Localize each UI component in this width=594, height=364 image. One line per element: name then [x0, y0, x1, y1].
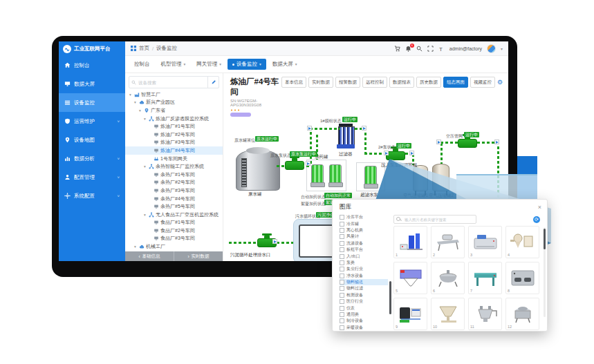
tree-row[interactable]: 炼油厂#4号车间 [125, 146, 223, 155]
fullscreen-icon[interactable] [427, 46, 434, 52]
gallery-card-sifter[interactable]: 12 [505, 298, 539, 330]
gallery-card-chiller[interactable]: 9 [393, 298, 427, 330]
membrane-filter-unit[interactable] [338, 124, 353, 150]
tree-row[interactable]: 炼油厂#3号车间 [125, 139, 223, 147]
inlet-pump[interactable] [386, 151, 405, 160]
gallery-category[interactable]: 采暖设备 [340, 325, 388, 331]
gallery-card-hopper-blue[interactable]: 5 [393, 262, 427, 294]
canvas-button-5[interactable]: 历史数据 [416, 77, 441, 88]
canvas-button-7[interactable]: 视频监控 [470, 77, 495, 88]
dosing-tank[interactable] [329, 164, 342, 184]
sidebar-item-4[interactable]: 设备地图 [59, 131, 125, 149]
gallery-card-funnel[interactable]: 10 [431, 298, 465, 330]
tree-row[interactable]: 余热厂#5号车间 [125, 202, 223, 211]
gallery-category[interactable]: 仪表 [340, 305, 388, 311]
sidebar-item-3[interactable]: 运营维护˅ [59, 112, 125, 131]
font-size-icon[interactable]: T [438, 46, 445, 52]
valve-icon[interactable] [409, 151, 414, 155]
gallery-category[interactable]: 板框平台 [340, 247, 388, 253]
valve-icon[interactable] [384, 151, 389, 155]
gallery-category[interactable]: 泵类 [340, 260, 388, 266]
valve-icon[interactable] [307, 126, 312, 131]
avatar[interactable] [487, 44, 496, 53]
tree-row[interactable]: 余热厂#1号车间 [125, 171, 223, 179]
breadcrumb-home[interactable]: 首页 [139, 45, 149, 52]
valve-icon[interactable] [362, 126, 366, 131]
gallery-category[interactable]: 风量计 [340, 233, 388, 240]
tree-row[interactable]: ▾无人食品工厂空压机监控系统 [125, 211, 223, 219]
tree-row[interactable]: ▾智慧工厂 [125, 90, 223, 99]
gallery-card-cyclone[interactable]: 4 [505, 226, 539, 258]
tree-row[interactable]: 炼油厂#2号车间 [125, 131, 223, 139]
tree-row[interactable]: 食品厂#1号车间 [125, 219, 223, 227]
tree-row[interactable]: ▾余热智能工厂监控系统 [125, 162, 223, 171]
dosing-tank[interactable] [311, 164, 324, 184]
gallery-search-input[interactable] [403, 217, 474, 222]
gallery-category[interactable]: 制冷设备 [340, 318, 388, 324]
canvas-button-3[interactable]: 远程控制 [362, 77, 387, 88]
user-label[interactable]: admin@factory [449, 46, 482, 51]
gallery-category[interactable]: 净水设备 [340, 273, 388, 279]
gallery-category[interactable]: 冷库平台 [340, 214, 388, 220]
gallery-category[interactable]: 通用类 [340, 312, 388, 318]
tree-footer-realtime[interactable]: ›实时数据 [174, 251, 223, 261]
gallery-category[interactable]: 集尘行业 [340, 266, 388, 272]
valve-icon[interactable] [494, 140, 499, 144]
gallery-category[interactable]: 冷库罐 [340, 220, 388, 227]
canvas-button-0[interactable]: 基本信息 [281, 77, 306, 88]
tab-4[interactable]: 数据大屏▾ [268, 59, 302, 70]
gallery-category[interactable]: 入/出口 [340, 253, 388, 259]
valve-icon[interactable] [436, 140, 441, 144]
canvas-button-2[interactable]: 报警数据 [335, 77, 360, 88]
tree-row[interactable]: 食品厂#3号车间 [125, 235, 223, 243]
tab-1[interactable]: 机型管理▾ [156, 59, 191, 70]
sidebar-item-1[interactable]: 数据大屏 [59, 75, 125, 93]
gallery-category[interactable]: 检测设备 [340, 292, 388, 298]
tab-2[interactable]: 网关管理▾ [192, 59, 226, 70]
gallery-card-box-machine[interactable]: 3 [468, 226, 502, 258]
search-icon[interactable] [416, 46, 423, 52]
sidebar-item-5[interactable]: 数据分析˅ [59, 149, 125, 168]
gallery-category[interactable]: 医疗行业 [340, 298, 388, 305]
gallery-card-table[interactable]: 7 [468, 262, 502, 294]
close-icon[interactable]: × [538, 204, 541, 211]
gallery-card-conveyor[interactable]: 2 [431, 226, 465, 258]
user-menu-caret-icon[interactable]: ▾ [501, 46, 503, 51]
gallery-card-blue-tank[interactable]: 1 [393, 226, 427, 258]
canvas-button-6[interactable]: 组态画面 [443, 77, 468, 88]
air-compressor-tank-2[interactable] [432, 164, 449, 191]
tree-footer-basic-info[interactable]: ‹基础信息 [125, 251, 174, 261]
sidebar-item-7[interactable]: 系统配置˅ [59, 186, 125, 205]
tab-3[interactable]: 设备监控▾ [228, 59, 266, 70]
tree-search-input[interactable] [136, 80, 207, 85]
gallery-card-kettle[interactable]: 6 [431, 262, 465, 294]
valve-icon[interactable] [306, 161, 310, 166]
cart-icon[interactable] [394, 46, 400, 52]
tree-row[interactable]: ▾新兴产业园区 [125, 99, 223, 107]
tree-edit-button[interactable] [207, 77, 219, 88]
sidebar-item-0[interactable]: 控制台 [59, 56, 125, 75]
tree-row[interactable]: ▾广东省 [125, 106, 223, 115]
valve-icon[interactable] [272, 239, 277, 244]
tree-row[interactable]: 炼油厂#1号车间 [125, 122, 223, 131]
canvas-button-4[interactable]: 数据报表 [389, 77, 414, 88]
tree-row[interactable]: 1号车间网关 [125, 155, 223, 163]
tree-row[interactable]: ▾炼油厂反渗透膜监控系统 [125, 115, 223, 123]
ultrafiltration-tank[interactable] [364, 166, 377, 185]
air-line-pump[interactable] [458, 139, 477, 148]
gallery-category[interactable]: 洗涤设备 [340, 240, 388, 247]
sidebar-item-6[interactable]: 配置管理˅ [59, 168, 125, 186]
gallery-category[interactable]: 物料输送 [340, 279, 388, 285]
gallery-grid-scrollbar[interactable] [544, 227, 546, 317]
canvas-button-1[interactable]: 实时数据 [308, 77, 333, 88]
tree-row[interactable]: 余热厂#3号车间 [125, 186, 223, 195]
gallery-refresh-button[interactable]: ⟳ [533, 216, 540, 223]
gallery-category[interactable]: 物料过滤 [340, 285, 388, 291]
sidebar-item-2[interactable]: 设备监控 [59, 93, 125, 112]
tree-row[interactable]: 余热厂#2号车间 [125, 179, 223, 187]
tree-row[interactable]: 余热厂#4号车间 [125, 195, 223, 203]
bell-icon[interactable]: 6 [405, 46, 411, 52]
gallery-card-hvac[interactable]: 8 [505, 262, 539, 294]
tree-row[interactable]: 食品厂#2号车间 [125, 227, 223, 235]
air-compressor-tank-1[interactable] [413, 165, 428, 191]
